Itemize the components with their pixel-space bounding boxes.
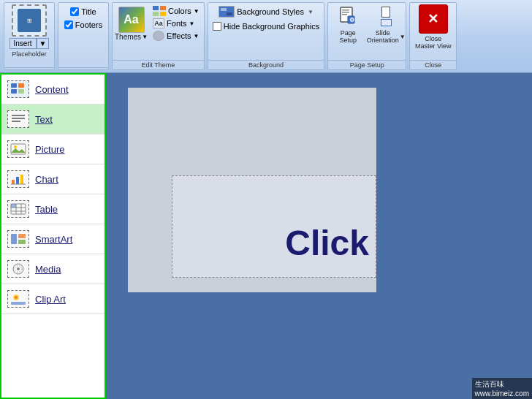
close-icon: ✕ bbox=[419, 4, 448, 34]
slide-area: Click 生活百味 www.bimeiz.com bbox=[106, 73, 532, 399]
sidebar-item-picture[interactable]: Picture bbox=[1, 134, 104, 164]
page-setup-label-bottom: Page Setup bbox=[328, 60, 406, 69]
sidebar-item-content[interactable]: Content bbox=[1, 75, 104, 104]
insert-button[interactable]: Insert bbox=[10, 38, 37, 49]
text-icon bbox=[7, 110, 29, 128]
footers-label: Footers bbox=[75, 20, 102, 29]
main-area: Content Text Picture Chart bbox=[0, 73, 532, 399]
footers-checkbox-label[interactable]: Footers bbox=[64, 20, 102, 29]
clipart-label: Clip Art bbox=[35, 294, 66, 305]
footers-checkbox[interactable] bbox=[64, 20, 73, 29]
clipart-icon bbox=[7, 290, 29, 308]
picture-label: Picture bbox=[35, 144, 64, 155]
colors-label: Colors bbox=[168, 7, 191, 15]
cfe-col: Colors ▼ Aa Fonts ▼ Effects ▼ bbox=[151, 5, 202, 42]
sidebar-item-clipart[interactable]: Clip Art bbox=[1, 284, 104, 314]
background-label: Background bbox=[208, 60, 324, 69]
effects-label: Effects bbox=[167, 31, 191, 40]
page-setup-label: Page Setup bbox=[339, 29, 357, 44]
effects-icon bbox=[153, 31, 164, 41]
table-label: Table bbox=[35, 204, 58, 215]
click-text: Click bbox=[285, 223, 369, 263]
themes-label: Themes bbox=[115, 33, 141, 41]
insert-placeholder-group: ⊞ Insert ▼ Placeholder bbox=[4, 2, 55, 70]
svg-rect-6 bbox=[11, 83, 17, 88]
bg-styles-arrow: ▼ bbox=[308, 9, 314, 15]
chart-label: Chart bbox=[35, 174, 58, 185]
svg-rect-7 bbox=[11, 89, 17, 94]
fonts-icon: Aa bbox=[153, 18, 164, 28]
svg-rect-17 bbox=[20, 175, 23, 184]
svg-point-32 bbox=[15, 296, 18, 299]
sidebar-item-smartart[interactable]: SmartArt bbox=[1, 224, 104, 254]
smartart-icon bbox=[7, 230, 29, 248]
slide-orientation-icon bbox=[374, 4, 398, 28]
slide-orientation-label: SlideOrientation▼ bbox=[367, 29, 406, 44]
page-setup-group: ⚙ Page Setup SlideOri bbox=[327, 2, 406, 70]
hide-bg-checkbox[interactable] bbox=[213, 22, 221, 31]
colors-icon bbox=[153, 6, 166, 16]
smartart-label: SmartArt bbox=[35, 234, 72, 245]
hide-bg-label: Hide Background Graphics bbox=[224, 22, 319, 31]
placeholder-label: Placeholder bbox=[12, 50, 47, 58]
close-label: CloseMaster View bbox=[415, 35, 451, 50]
svg-rect-3 bbox=[342, 14, 347, 15]
svg-rect-27 bbox=[18, 240, 26, 244]
hide-bg-item[interactable]: Hide Background Graphics bbox=[210, 21, 322, 31]
checkboxes-group: Title Footers bbox=[58, 2, 109, 70]
table-icon bbox=[7, 200, 29, 218]
slide-canvas: Click bbox=[128, 88, 376, 292]
svg-rect-26 bbox=[18, 234, 26, 238]
insert-placeholder-icon: ⊞ bbox=[12, 4, 47, 37]
watermark: 生活百味 www.bimeiz.com bbox=[472, 378, 532, 399]
close-group-label: Close bbox=[410, 60, 456, 69]
page-setup-icon: ⚙ bbox=[336, 4, 360, 28]
edit-theme-group: Aa Themes ▼ bbox=[112, 2, 205, 70]
bg-styles-button[interactable]: Background Styles ▼ bbox=[216, 5, 316, 18]
page-setup-button[interactable]: ⚙ Page Setup bbox=[330, 4, 365, 44]
svg-point-14 bbox=[14, 145, 17, 148]
svg-rect-15 bbox=[12, 180, 15, 184]
svg-rect-16 bbox=[16, 177, 19, 184]
media-icon bbox=[7, 260, 29, 278]
themes-arrow: ▼ bbox=[142, 34, 148, 40]
placeholder-dropdown[interactable]: ▼ bbox=[37, 38, 50, 49]
title-checkbox-label[interactable]: Title bbox=[70, 7, 96, 16]
text-label: Text bbox=[35, 114, 53, 125]
svg-rect-1 bbox=[342, 10, 349, 11]
bg-styles-label: Background Styles bbox=[237, 7, 304, 16]
sidebar-item-table[interactable]: Table bbox=[1, 194, 104, 224]
svg-rect-25 bbox=[11, 234, 17, 244]
svg-rect-2 bbox=[342, 12, 349, 13]
watermark-line1: 生活百味 bbox=[475, 379, 529, 390]
fonts-label: Fonts bbox=[167, 19, 187, 28]
fonts-button[interactable]: Aa Fonts ▼ bbox=[151, 18, 202, 29]
themes-icon: Aa bbox=[118, 7, 145, 33]
title-label: Title bbox=[81, 7, 96, 16]
watermark-line2: www.bimeiz.com bbox=[475, 390, 529, 398]
ribbon-content: ⊞ Insert ▼ Placeholder Title bbox=[0, 0, 532, 72]
background-group: Background Styles ▼ Hide Background Grap… bbox=[208, 2, 324, 70]
svg-rect-8 bbox=[18, 83, 24, 88]
slide-orientation-button[interactable]: SlideOrientation▼ bbox=[368, 4, 403, 44]
checkboxes-group-label bbox=[58, 67, 108, 69]
media-label: Media bbox=[35, 264, 61, 275]
sidebar-item-chart[interactable]: Chart bbox=[1, 164, 104, 194]
sidebar-item-media[interactable]: Media bbox=[1, 254, 104, 284]
svg-text:⚙: ⚙ bbox=[349, 17, 354, 23]
svg-rect-9 bbox=[18, 89, 24, 94]
content-icon bbox=[7, 80, 29, 98]
colors-button[interactable]: Colors ▼ bbox=[151, 5, 202, 17]
close-group: ✕ CloseMaster View Close bbox=[409, 2, 457, 70]
content-label: Content bbox=[35, 84, 69, 95]
themes-button[interactable]: Aa Themes ▼ bbox=[115, 7, 148, 41]
title-checkbox[interactable] bbox=[70, 7, 79, 16]
chart-icon bbox=[7, 170, 29, 188]
effects-button[interactable]: Effects ▼ bbox=[151, 30, 202, 42]
sidebar-item-text[interactable]: Text bbox=[1, 104, 104, 134]
app-window: ⊞ Insert ▼ Placeholder Title bbox=[0, 0, 532, 399]
svg-point-29 bbox=[17, 267, 20, 270]
close-master-view-button[interactable]: ✕ CloseMaster View bbox=[415, 4, 451, 50]
edit-theme-label: Edit Theme bbox=[113, 60, 204, 69]
svg-rect-24 bbox=[11, 204, 16, 208]
